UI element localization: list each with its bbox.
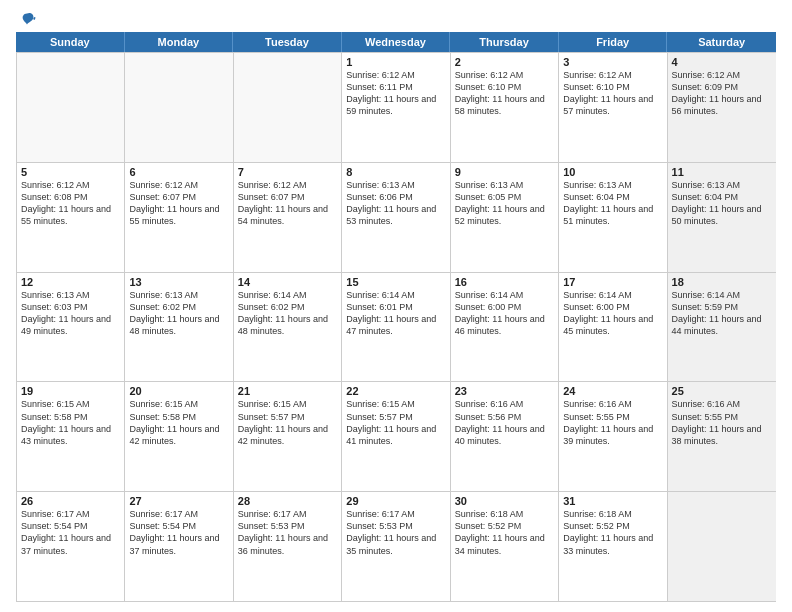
cell-info: Sunrise: 6:12 AMSunset: 6:10 PMDaylight:… bbox=[455, 69, 554, 118]
day-cell-23: 23Sunrise: 6:16 AMSunset: 5:56 PMDayligh… bbox=[451, 382, 559, 491]
day-cell-10: 10Sunrise: 6:13 AMSunset: 6:04 PMDayligh… bbox=[559, 163, 667, 272]
day-cell-25: 25Sunrise: 6:16 AMSunset: 5:55 PMDayligh… bbox=[668, 382, 776, 491]
calendar-row-0: 1Sunrise: 6:12 AMSunset: 6:11 PMDaylight… bbox=[17, 52, 776, 162]
cell-info: Sunrise: 6:17 AMSunset: 5:53 PMDaylight:… bbox=[238, 508, 337, 557]
day-number: 31 bbox=[563, 495, 662, 507]
day-cell-1: 1Sunrise: 6:12 AMSunset: 6:11 PMDaylight… bbox=[342, 53, 450, 162]
day-number: 28 bbox=[238, 495, 337, 507]
day-number: 11 bbox=[672, 166, 772, 178]
day-number: 13 bbox=[129, 276, 228, 288]
day-cell-5: 5Sunrise: 6:12 AMSunset: 6:08 PMDaylight… bbox=[17, 163, 125, 272]
day-cell-15: 15Sunrise: 6:14 AMSunset: 6:01 PMDayligh… bbox=[342, 273, 450, 382]
cell-info: Sunrise: 6:13 AMSunset: 6:04 PMDaylight:… bbox=[563, 179, 662, 228]
empty-cell-0-1 bbox=[125, 53, 233, 162]
cell-info: Sunrise: 6:16 AMSunset: 5:55 PMDaylight:… bbox=[563, 398, 662, 447]
weekday-header-saturday: Saturday bbox=[667, 32, 776, 52]
weekday-header-tuesday: Tuesday bbox=[233, 32, 342, 52]
day-cell-31: 31Sunrise: 6:18 AMSunset: 5:52 PMDayligh… bbox=[559, 492, 667, 601]
day-number: 21 bbox=[238, 385, 337, 397]
cell-info: Sunrise: 6:13 AMSunset: 6:06 PMDaylight:… bbox=[346, 179, 445, 228]
weekday-header-sunday: Sunday bbox=[16, 32, 125, 52]
day-cell-24: 24Sunrise: 6:16 AMSunset: 5:55 PMDayligh… bbox=[559, 382, 667, 491]
day-number: 19 bbox=[21, 385, 120, 397]
cell-info: Sunrise: 6:14 AMSunset: 6:00 PMDaylight:… bbox=[563, 289, 662, 338]
day-number: 10 bbox=[563, 166, 662, 178]
calendar-body: 1Sunrise: 6:12 AMSunset: 6:11 PMDaylight… bbox=[16, 52, 776, 602]
day-number: 26 bbox=[21, 495, 120, 507]
calendar-row-2: 12Sunrise: 6:13 AMSunset: 6:03 PMDayligh… bbox=[17, 272, 776, 382]
cell-info: Sunrise: 6:15 AMSunset: 5:58 PMDaylight:… bbox=[129, 398, 228, 447]
day-number: 27 bbox=[129, 495, 228, 507]
weekday-header-thursday: Thursday bbox=[450, 32, 559, 52]
calendar: SundayMondayTuesdayWednesdayThursdayFrid… bbox=[16, 32, 776, 602]
day-number: 22 bbox=[346, 385, 445, 397]
day-cell-18: 18Sunrise: 6:14 AMSunset: 5:59 PMDayligh… bbox=[668, 273, 776, 382]
day-cell-29: 29Sunrise: 6:17 AMSunset: 5:53 PMDayligh… bbox=[342, 492, 450, 601]
cell-info: Sunrise: 6:13 AMSunset: 6:05 PMDaylight:… bbox=[455, 179, 554, 228]
weekday-header-monday: Monday bbox=[125, 32, 234, 52]
cell-info: Sunrise: 6:14 AMSunset: 6:00 PMDaylight:… bbox=[455, 289, 554, 338]
cell-info: Sunrise: 6:12 AMSunset: 6:10 PMDaylight:… bbox=[563, 69, 662, 118]
day-number: 18 bbox=[672, 276, 772, 288]
cell-info: Sunrise: 6:14 AMSunset: 6:01 PMDaylight:… bbox=[346, 289, 445, 338]
calendar-header: SundayMondayTuesdayWednesdayThursdayFrid… bbox=[16, 32, 776, 52]
day-cell-16: 16Sunrise: 6:14 AMSunset: 6:00 PMDayligh… bbox=[451, 273, 559, 382]
day-number: 5 bbox=[21, 166, 120, 178]
calendar-row-3: 19Sunrise: 6:15 AMSunset: 5:58 PMDayligh… bbox=[17, 381, 776, 491]
weekday-header-friday: Friday bbox=[559, 32, 668, 52]
cell-info: Sunrise: 6:14 AMSunset: 6:02 PMDaylight:… bbox=[238, 289, 337, 338]
day-number: 24 bbox=[563, 385, 662, 397]
day-cell-4: 4Sunrise: 6:12 AMSunset: 6:09 PMDaylight… bbox=[668, 53, 776, 162]
day-cell-22: 22Sunrise: 6:15 AMSunset: 5:57 PMDayligh… bbox=[342, 382, 450, 491]
cell-info: Sunrise: 6:12 AMSunset: 6:08 PMDaylight:… bbox=[21, 179, 120, 228]
page: SundayMondayTuesdayWednesdayThursdayFrid… bbox=[0, 0, 792, 612]
day-cell-7: 7Sunrise: 6:12 AMSunset: 6:07 PMDaylight… bbox=[234, 163, 342, 272]
empty-cell-0-2 bbox=[234, 53, 342, 162]
cell-info: Sunrise: 6:18 AMSunset: 5:52 PMDaylight:… bbox=[455, 508, 554, 557]
logo-bird-icon bbox=[18, 10, 36, 28]
cell-info: Sunrise: 6:17 AMSunset: 5:53 PMDaylight:… bbox=[346, 508, 445, 557]
day-number: 15 bbox=[346, 276, 445, 288]
day-cell-21: 21Sunrise: 6:15 AMSunset: 5:57 PMDayligh… bbox=[234, 382, 342, 491]
day-cell-20: 20Sunrise: 6:15 AMSunset: 5:58 PMDayligh… bbox=[125, 382, 233, 491]
day-number: 17 bbox=[563, 276, 662, 288]
day-number: 3 bbox=[563, 56, 662, 68]
day-number: 6 bbox=[129, 166, 228, 178]
cell-info: Sunrise: 6:16 AMSunset: 5:56 PMDaylight:… bbox=[455, 398, 554, 447]
day-number: 12 bbox=[21, 276, 120, 288]
day-cell-27: 27Sunrise: 6:17 AMSunset: 5:54 PMDayligh… bbox=[125, 492, 233, 601]
cell-info: Sunrise: 6:17 AMSunset: 5:54 PMDaylight:… bbox=[21, 508, 120, 557]
cell-info: Sunrise: 6:12 AMSunset: 6:09 PMDaylight:… bbox=[672, 69, 772, 118]
day-number: 20 bbox=[129, 385, 228, 397]
day-number: 9 bbox=[455, 166, 554, 178]
weekday-header-wednesday: Wednesday bbox=[342, 32, 451, 52]
day-number: 2 bbox=[455, 56, 554, 68]
day-cell-19: 19Sunrise: 6:15 AMSunset: 5:58 PMDayligh… bbox=[17, 382, 125, 491]
day-cell-30: 30Sunrise: 6:18 AMSunset: 5:52 PMDayligh… bbox=[451, 492, 559, 601]
empty-cell-0-0 bbox=[17, 53, 125, 162]
day-number: 7 bbox=[238, 166, 337, 178]
day-cell-26: 26Sunrise: 6:17 AMSunset: 5:54 PMDayligh… bbox=[17, 492, 125, 601]
day-cell-14: 14Sunrise: 6:14 AMSunset: 6:02 PMDayligh… bbox=[234, 273, 342, 382]
day-number: 16 bbox=[455, 276, 554, 288]
day-cell-17: 17Sunrise: 6:14 AMSunset: 6:00 PMDayligh… bbox=[559, 273, 667, 382]
day-number: 23 bbox=[455, 385, 554, 397]
cell-info: Sunrise: 6:14 AMSunset: 5:59 PMDaylight:… bbox=[672, 289, 772, 338]
day-number: 4 bbox=[672, 56, 772, 68]
day-number: 8 bbox=[346, 166, 445, 178]
empty-cell-4-6 bbox=[668, 492, 776, 601]
day-cell-8: 8Sunrise: 6:13 AMSunset: 6:06 PMDaylight… bbox=[342, 163, 450, 272]
day-number: 30 bbox=[455, 495, 554, 507]
cell-info: Sunrise: 6:12 AMSunset: 6:07 PMDaylight:… bbox=[129, 179, 228, 228]
day-number: 29 bbox=[346, 495, 445, 507]
day-cell-13: 13Sunrise: 6:13 AMSunset: 6:02 PMDayligh… bbox=[125, 273, 233, 382]
logo bbox=[16, 10, 36, 28]
cell-info: Sunrise: 6:15 AMSunset: 5:58 PMDaylight:… bbox=[21, 398, 120, 447]
calendar-row-1: 5Sunrise: 6:12 AMSunset: 6:08 PMDaylight… bbox=[17, 162, 776, 272]
cell-info: Sunrise: 6:13 AMSunset: 6:02 PMDaylight:… bbox=[129, 289, 228, 338]
day-cell-11: 11Sunrise: 6:13 AMSunset: 6:04 PMDayligh… bbox=[668, 163, 776, 272]
cell-info: Sunrise: 6:13 AMSunset: 6:03 PMDaylight:… bbox=[21, 289, 120, 338]
day-number: 25 bbox=[672, 385, 772, 397]
day-number: 14 bbox=[238, 276, 337, 288]
day-cell-12: 12Sunrise: 6:13 AMSunset: 6:03 PMDayligh… bbox=[17, 273, 125, 382]
